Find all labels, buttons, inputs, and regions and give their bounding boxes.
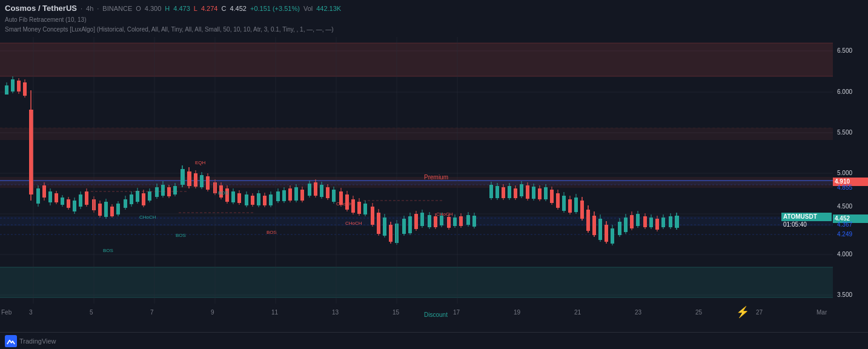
pair-name: Cosmos / TetherUS: [5, 2, 77, 15]
separator: ·: [81, 4, 82, 15]
tv-icon: [5, 335, 17, 347]
svg-text:BOS: BOS: [176, 233, 186, 238]
svg-text:4.249: 4.249: [837, 231, 852, 238]
svg-text:CHoCH: CHoCH: [336, 201, 353, 207]
svg-text:13: 13: [332, 309, 339, 316]
svg-rect-11: [0, 128, 833, 140]
svg-text:5.000: 5.000: [837, 170, 852, 176]
svg-text:Feb: Feb: [1, 309, 12, 316]
svg-text:23: 23: [635, 309, 642, 316]
svg-text:6.500: 6.500: [837, 47, 852, 54]
svg-text:3: 3: [29, 309, 33, 316]
open-label: O: [136, 4, 141, 15]
svg-text:17: 17: [453, 309, 460, 316]
svg-text:BOS: BOS: [218, 190, 228, 196]
svg-text:⚡: ⚡: [736, 305, 750, 319]
svg-text:11: 11: [271, 309, 279, 316]
svg-text:15: 15: [393, 309, 400, 316]
low-label: L: [194, 4, 197, 15]
svg-text:4.500: 4.500: [837, 203, 852, 210]
price-change: +0.151 (+3.51%): [250, 4, 300, 15]
svg-text:4.367: 4.367: [837, 221, 852, 228]
svg-text:27: 27: [756, 309, 763, 316]
svg-text:Discount: Discount: [424, 311, 448, 318]
close-value: 4.452: [230, 4, 247, 15]
svg-text:3.500: 3.500: [837, 291, 852, 298]
svg-text:7: 7: [150, 309, 154, 316]
high-label: H: [165, 4, 170, 15]
svg-text:Mar: Mar: [817, 309, 827, 316]
svg-text:6.000: 6.000: [837, 88, 852, 95]
exchange: BINANCE: [102, 4, 132, 15]
svg-rect-291: [5, 335, 17, 347]
svg-text:ATOMUSDT: ATOMUSDT: [783, 213, 817, 220]
svg-text:01:05:40: 01:05:40: [783, 221, 807, 228]
svg-text:Premium: Premium: [424, 174, 448, 181]
svg-rect-22: [0, 177, 833, 188]
svg-text:CHoCH: CHoCH: [436, 211, 453, 217]
svg-text:BOS: BOS: [267, 230, 277, 235]
svg-text:CHoCH: CHoCH: [139, 214, 156, 220]
vol-value: 442.13K: [316, 4, 341, 15]
svg-text:4.000: 4.000: [837, 251, 852, 258]
close-label: C: [221, 4, 226, 15]
vol-label: Vol: [303, 4, 313, 15]
high-value: 4.473: [173, 4, 190, 15]
svg-rect-13: [0, 267, 833, 297]
svg-text:EQH: EQH: [195, 160, 206, 165]
header: Cosmos / TetherUS · 4h · BINANCE O4.300 …: [0, 0, 868, 37]
header-line1: Cosmos / TetherUS · 4h · BINANCE O4.300 …: [5, 2, 863, 15]
brand-name: TradingView: [19, 337, 56, 345]
chart-svg: BOS BOS BOS BOS CHoCH CHoCH CHoCH EQH Pr…: [0, 37, 868, 346]
svg-rect-8: [0, 43, 833, 76]
svg-text:4.855: 4.855: [837, 184, 852, 191]
low-value: 4.274: [201, 4, 218, 15]
svg-text:19: 19: [514, 309, 521, 316]
svg-text:21: 21: [574, 309, 581, 316]
svg-text:CHoCH: CHoCH: [345, 221, 362, 226]
svg-text:BOS: BOS: [103, 248, 113, 253]
open-value: 4.300: [145, 4, 162, 15]
indicator-line2: Smart Money Concepts [LuxAlgo] (Historic…: [5, 25, 863, 35]
footer: TradingView: [0, 332, 868, 349]
separator2: ·: [97, 4, 99, 15]
svg-text:9: 9: [211, 309, 214, 316]
svg-text:5: 5: [90, 309, 93, 316]
indicator-line1: Auto Fib Retracement (10, 13): [5, 15, 863, 25]
chart-container[interactable]: BOS BOS BOS BOS CHoCH CHoCH CHoCH EQH Pr…: [0, 37, 868, 346]
timeframe: 4h: [86, 4, 93, 15]
tradingview-logo: TradingView: [5, 335, 56, 347]
svg-text:5.500: 5.500: [837, 129, 852, 136]
svg-text:25: 25: [695, 309, 703, 316]
